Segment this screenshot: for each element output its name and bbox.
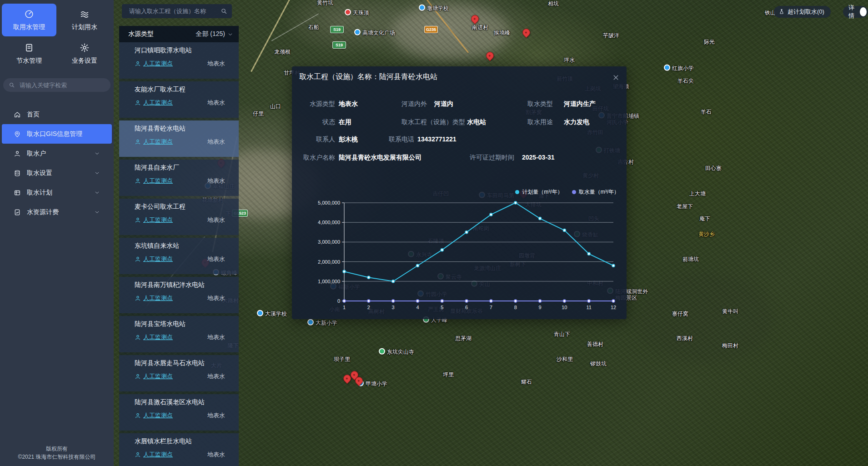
- map-label-text: 锣鼓坑: [590, 361, 607, 367]
- monitor-type-link[interactable]: 人工监测点: [135, 138, 173, 146]
- list-item[interactable]: 水唇镇水栏肚水电站人工监测点地表水: [119, 433, 239, 466]
- svg-text:7: 7: [490, 305, 492, 310]
- station-name: 陆河县青砼水电站: [135, 125, 225, 133]
- monitor-type-link[interactable]: 人工监测点: [135, 294, 173, 302]
- list-item[interactable]: 友能水厂取水工程人工监测点地表水: [119, 81, 239, 118]
- monitor-type-link[interactable]: 人工监测点: [135, 177, 173, 185]
- monitor-type-link[interactable]: 人工监测点: [135, 99, 173, 107]
- map-label: 西溪村: [677, 335, 693, 341]
- nav-tile-waves[interactable]: 计划用水: [57, 4, 112, 36]
- map-label: 黄沙乡: [698, 231, 715, 237]
- monitor-type-link[interactable]: 人工监测点: [135, 333, 173, 341]
- list-item[interactable]: 麦卡公司取水工程人工监测点地表水: [119, 199, 239, 235]
- map-label-text: 墩塘学校: [427, 5, 449, 11]
- list-item[interactable]: 陆河县水唇走马石水电站人工监测点地表水: [119, 355, 239, 391]
- map-label-text: 高塘文化广场: [362, 30, 395, 36]
- poi-icon: [307, 319, 314, 326]
- list-item[interactable]: 河口镇唱歌潭水电站人工监测点地表水: [119, 42, 239, 79]
- svg-text:4: 4: [416, 305, 419, 310]
- map-label: 田心寨: [705, 165, 722, 171]
- water-source-type: 地表水: [207, 411, 225, 420]
- over-plan-button[interactable]: 超计划取水(0): [774, 6, 831, 18]
- map-label-text: 黄竹坑: [317, 0, 333, 6]
- sidebar-menu: 首页取水口GIS信息管理取水户取水设置取水计划水资源计费: [0, 105, 114, 222]
- map-label-text: 龙颈根: [274, 49, 291, 55]
- monitor-type-label: 人工监测点: [143, 177, 173, 185]
- map-label-text: 沙和里: [557, 356, 573, 362]
- sidebar-item-plan[interactable]: 取水计划: [2, 183, 112, 202]
- map-label: 坪里: [443, 371, 454, 378]
- list-item[interactable]: 陆河县南万镇杞洋水电站人工监测点地表水: [119, 277, 239, 313]
- sidebar-item-billing[interactable]: 水资源计费: [2, 202, 112, 222]
- station-name: 陆河县水唇走马石水电站: [135, 359, 225, 367]
- field-value: 13432771221: [417, 135, 457, 143]
- filter-value: 全部 (125): [196, 30, 225, 38]
- poi-icon: [379, 348, 385, 355]
- poi-school: 红旗小学: [664, 65, 694, 71]
- legend-item[interactable]: 计划量（m³/年）: [515, 188, 562, 196]
- monitor-type-label: 人工监测点: [143, 138, 173, 146]
- person-icon: [135, 60, 141, 67]
- red-pin-icon[interactable]: [484, 50, 495, 61]
- nav-tile-gauge[interactable]: 取用水管理: [2, 4, 56, 36]
- map-label: 锣鼓坑: [590, 361, 607, 367]
- monitor-type-link[interactable]: 人工监测点: [135, 372, 173, 381]
- map-label: 善德村: [587, 341, 603, 347]
- list-item[interactable]: 陆河县自来水厂人工监测点地表水: [119, 160, 239, 196]
- station-meta: 人工监测点地表水: [135, 99, 225, 107]
- field-value: 河道内: [434, 100, 453, 108]
- poi-school: 大溪学校: [257, 311, 287, 317]
- map-label: 思茅湖: [455, 335, 472, 341]
- monitor-type-link[interactable]: 人工监测点: [135, 216, 173, 224]
- red-pin-icon[interactable]: [521, 27, 532, 38]
- list-item[interactable]: 陆河县宝塔水电站人工监测点地表水: [119, 316, 239, 352]
- red-pin-icon[interactable]: [469, 13, 480, 24]
- sidebar-search[interactable]: [3, 78, 110, 92]
- poi-icon: [419, 5, 425, 11]
- sidebar-item-pin[interactable]: 取水口GIS信息管理: [2, 124, 112, 144]
- map-label-text: 田心寨: [705, 165, 722, 171]
- nav-tile-gear[interactable]: 业务设置: [57, 37, 112, 70]
- map-label: 耀石: [521, 379, 532, 385]
- monitor-type-link[interactable]: 人工监测点: [135, 60, 173, 68]
- map-label: 寨仔窝: [672, 311, 688, 317]
- toggle-knob[interactable]: [860, 7, 867, 16]
- sidebar-search-input[interactable]: [19, 81, 105, 89]
- filter-dropdown[interactable]: 全部 (125): [196, 30, 233, 38]
- list-item[interactable]: 东坑镇自来水站人工监测点地表水: [119, 238, 239, 274]
- home-icon: [14, 111, 21, 118]
- list-item[interactable]: 陆河县激石溪老区水电站人工监测点地表水: [119, 394, 239, 431]
- map-label: 梅田村: [722, 342, 738, 349]
- sidebar-item-label: 取水计划: [27, 189, 52, 197]
- db-icon: [14, 170, 21, 177]
- station-meta: 人工监测点地表水: [135, 411, 225, 420]
- map-town-patch: [391, 5, 509, 59]
- close-icon[interactable]: [612, 74, 619, 81]
- station-search[interactable]: [122, 4, 232, 18]
- monitor-type-link[interactable]: 人工监测点: [135, 411, 173, 420]
- water-source-type: 地表水: [207, 177, 225, 185]
- road-shield: S19: [332, 41, 346, 49]
- station-search-input[interactable]: [128, 7, 221, 15]
- sidebar-item-home[interactable]: 首页: [2, 105, 112, 124]
- field-value: 2025-03-31: [522, 154, 555, 161]
- monitor-type-link[interactable]: 人工监测点: [135, 255, 173, 263]
- map-label-text: 青山下: [554, 331, 570, 337]
- nav-tiles: 取用水管理计划用水节水管理业务设置: [0, 0, 114, 70]
- sidebar-item-label: 首页: [27, 110, 40, 119]
- monitor-type-link[interactable]: 人工监测点: [135, 451, 173, 459]
- sidebar-item-user[interactable]: 取水户: [2, 144, 112, 163]
- svg-text:5,000,000: 5,000,000: [318, 200, 340, 205]
- sidebar-item-db[interactable]: 取水设置: [2, 163, 112, 183]
- sidebar-item-label: 取水户: [27, 150, 46, 158]
- svg-text:9: 9: [538, 305, 541, 310]
- water-source-type: 地表水: [207, 216, 225, 224]
- nav-tile-doc[interactable]: 节水管理: [2, 37, 56, 70]
- station-name: 河口镇唱歌潭水电站: [135, 46, 225, 55]
- list-item[interactable]: 陆河县青砼水电站人工监测点地表水: [119, 120, 239, 157]
- map-label: 羊石: [701, 109, 712, 115]
- legend-item[interactable]: 取水量（m³/年）: [572, 188, 619, 196]
- field-value: 水力发电: [564, 118, 589, 126]
- detail-toggle[interactable]: 详情: [843, 6, 868, 18]
- map-label-text: 山口: [270, 103, 281, 110]
